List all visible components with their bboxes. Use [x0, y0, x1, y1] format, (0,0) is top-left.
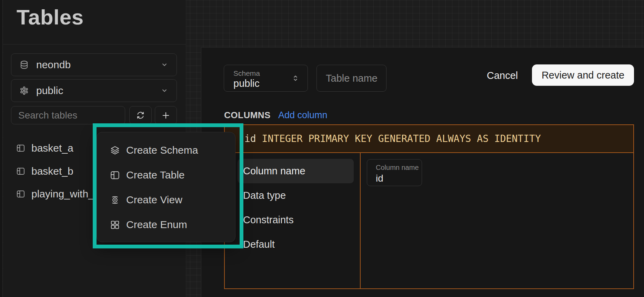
refresh-icon [136, 111, 145, 120]
table-row-basket-a[interactable]: basket_a [16, 141, 73, 155]
table-icon [16, 143, 26, 153]
menu-item-create-view[interactable]: Create View [97, 187, 235, 212]
search-tables-input[interactable] [11, 106, 125, 124]
menu-item-label: Create Schema [126, 144, 198, 156]
column-editor-card: id INTEGER PRIMARY KEY GENERATED ALWAYS … [224, 124, 634, 289]
table-row-playing-with[interactable]: playing_with_n [16, 187, 100, 201]
column-tabs: Column name Data type Constraints Defaul… [225, 153, 360, 288]
database-select-value: neondb [36, 59, 160, 71]
add-column-link[interactable]: Add column [278, 110, 328, 121]
schema-sidebar-select-value: public [36, 85, 160, 96]
create-menu: Create Schema Create Table Create View [97, 132, 235, 242]
cancel-button[interactable]: Cancel [483, 68, 522, 83]
table-row-label: basket_a [31, 142, 73, 154]
schema-icon [19, 85, 29, 96]
schema-sidebar-select[interactable]: public [11, 79, 177, 102]
review-and-create-button[interactable]: Review and create [532, 64, 634, 86]
column-editor-body: Column name Data type Constraints Defaul… [225, 153, 633, 288]
schema-select[interactable]: Schema public [224, 65, 308, 92]
column-sql-preview: id INTEGER PRIMARY KEY GENERATED ALWAYS … [225, 125, 633, 153]
sql-definition: INTEGER PRIMARY KEY GENERATED ALWAYS AS … [256, 133, 541, 144]
chevron-down-icon [160, 60, 169, 69]
table-row-label: basket_b [31, 165, 73, 177]
tab-data-type[interactable]: Data type [238, 183, 354, 208]
columns-heading: COLUMNS [224, 110, 271, 121]
layers-icon [110, 145, 120, 156]
column-name-field[interactable]: Column name [367, 159, 422, 186]
columns-header-row: COLUMNS Add column [224, 110, 328, 121]
page-title: Tables [17, 5, 84, 29]
table-icon [110, 170, 120, 181]
plus-icon [161, 111, 171, 120]
window-edge [0, 0, 3, 297]
table-row-basket-b[interactable]: basket_b [16, 164, 73, 178]
table-row-label: playing_with_n [31, 188, 100, 200]
create-new-button[interactable] [155, 106, 177, 124]
schema-select-value: public [233, 78, 260, 89]
table-icon [16, 166, 26, 176]
create-table-panel: Schema public Cancel Review and create C… [201, 47, 644, 297]
database-select[interactable]: neondb [11, 53, 177, 76]
tables-page: Schema public Cancel Review and create C… [0, 0, 644, 297]
tab-constraints[interactable]: Constraints [238, 208, 354, 232]
tab-default[interactable]: Default [238, 232, 354, 257]
menu-item-label: Create Enum [126, 219, 187, 231]
view-icon [110, 195, 120, 205]
menu-item-create-table[interactable]: Create Table [97, 163, 235, 187]
menu-item-label: Create Table [126, 169, 185, 181]
menu-item-create-schema[interactable]: Create Schema [97, 138, 235, 163]
column-detail-pane: Column name [360, 153, 633, 288]
table-name-input[interactable] [316, 65, 386, 92]
schema-select-label: Schema [233, 69, 260, 78]
refresh-tables-button[interactable] [129, 106, 152, 124]
table-icon [16, 189, 26, 199]
tab-column-name[interactable]: Column name [238, 159, 354, 183]
database-icon [19, 59, 29, 70]
chevron-updown-icon [290, 73, 301, 83]
sidebar-divider [3, 44, 186, 44]
menu-item-create-enum[interactable]: Create Enum [97, 212, 235, 237]
menu-item-label: Create View [126, 194, 182, 206]
enum-grid-icon [110, 219, 120, 230]
sql-identifier: id [244, 133, 256, 144]
chevron-down-icon [160, 86, 169, 95]
column-name-field-label: Column name [376, 164, 419, 172]
column-name-input[interactable] [376, 173, 414, 184]
